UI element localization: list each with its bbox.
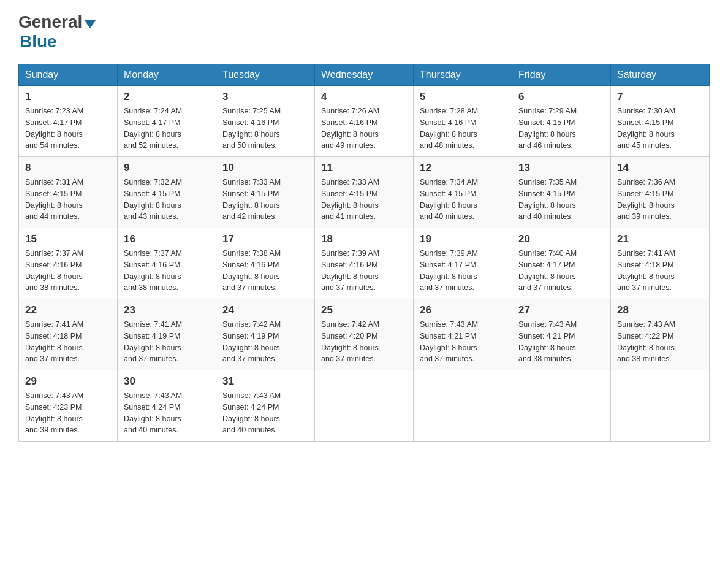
day-number: 6 [518, 91, 604, 103]
calendar-cell: 25 Sunrise: 7:42 AM Sunset: 4:20 PM Dayl… [315, 299, 414, 370]
day-number: 19 [420, 233, 506, 245]
day-number: 30 [124, 375, 210, 388]
day-info: Sunrise: 7:39 AM Sunset: 4:16 PM Dayligh… [321, 248, 407, 294]
col-header-sunday: Sunday [19, 64, 118, 86]
day-number: 25 [321, 304, 407, 316]
day-number: 12 [420, 162, 506, 174]
col-header-monday: Monday [118, 64, 216, 86]
calendar-week-row: 29 Sunrise: 7:43 AM Sunset: 4:23 PM Dayl… [19, 370, 710, 442]
day-info: Sunrise: 7:43 AM Sunset: 4:23 PM Dayligh… [25, 390, 111, 436]
day-info: Sunrise: 7:38 AM Sunset: 4:16 PM Dayligh… [222, 248, 308, 294]
day-number: 18 [321, 233, 407, 245]
calendar-cell: 1 Sunrise: 7:23 AM Sunset: 4:17 PM Dayli… [19, 86, 118, 157]
calendar-cell: 30 Sunrise: 7:43 AM Sunset: 4:24 PM Dayl… [118, 370, 216, 442]
day-number: 24 [222, 304, 308, 316]
day-number: 26 [420, 304, 506, 316]
day-number: 8 [25, 162, 111, 174]
calendar-cell: 14 Sunrise: 7:36 AM Sunset: 4:15 PM Dayl… [611, 157, 710, 228]
calendar-week-row: 1 Sunrise: 7:23 AM Sunset: 4:17 PM Dayli… [19, 86, 710, 157]
calendar-cell: 8 Sunrise: 7:31 AM Sunset: 4:15 PM Dayli… [19, 157, 118, 228]
day-info: Sunrise: 7:43 AM Sunset: 4:24 PM Dayligh… [222, 390, 308, 436]
calendar-cell: 10 Sunrise: 7:33 AM Sunset: 4:15 PM Dayl… [216, 157, 315, 228]
day-number: 20 [518, 233, 604, 245]
day-info: Sunrise: 7:43 AM Sunset: 4:21 PM Dayligh… [518, 319, 604, 365]
calendar-cell: 29 Sunrise: 7:43 AM Sunset: 4:23 PM Dayl… [19, 370, 118, 442]
day-number: 16 [124, 233, 210, 245]
calendar-table: SundayMondayTuesdayWednesdayThursdayFrid… [18, 64, 710, 442]
calendar-cell: 2 Sunrise: 7:24 AM Sunset: 4:17 PM Dayli… [118, 86, 216, 157]
day-info: Sunrise: 7:39 AM Sunset: 4:17 PM Dayligh… [420, 248, 506, 294]
calendar-cell: 26 Sunrise: 7:43 AM Sunset: 4:21 PM Dayl… [414, 299, 512, 370]
logo-arrow-icon [84, 20, 96, 28]
day-info: Sunrise: 7:26 AM Sunset: 4:16 PM Dayligh… [321, 105, 407, 151]
calendar-week-row: 15 Sunrise: 7:37 AM Sunset: 4:16 PM Dayl… [19, 228, 710, 299]
day-info: Sunrise: 7:25 AM Sunset: 4:16 PM Dayligh… [222, 105, 308, 151]
calendar-cell: 16 Sunrise: 7:37 AM Sunset: 4:16 PM Dayl… [118, 228, 216, 299]
day-info: Sunrise: 7:40 AM Sunset: 4:17 PM Dayligh… [518, 248, 604, 294]
calendar-week-row: 22 Sunrise: 7:41 AM Sunset: 4:18 PM Dayl… [19, 299, 710, 370]
calendar-cell [611, 370, 710, 442]
col-header-wednesday: Wednesday [315, 64, 414, 86]
day-info: Sunrise: 7:35 AM Sunset: 4:15 PM Dayligh… [518, 177, 604, 223]
col-header-thursday: Thursday [414, 64, 512, 86]
calendar-cell: 24 Sunrise: 7:42 AM Sunset: 4:19 PM Dayl… [216, 299, 315, 370]
day-number: 1 [25, 91, 111, 103]
calendar-cell: 23 Sunrise: 7:41 AM Sunset: 4:19 PM Dayl… [118, 299, 216, 370]
day-number: 3 [222, 91, 308, 103]
day-info: Sunrise: 7:32 AM Sunset: 4:15 PM Dayligh… [124, 177, 210, 223]
calendar-cell: 11 Sunrise: 7:33 AM Sunset: 4:15 PM Dayl… [315, 157, 414, 228]
day-info: Sunrise: 7:43 AM Sunset: 4:22 PM Dayligh… [617, 319, 703, 365]
calendar-cell [414, 370, 512, 442]
logo: General Blue [18, 12, 96, 52]
day-number: 31 [222, 375, 308, 388]
day-number: 14 [617, 162, 703, 174]
calendar-cell: 13 Sunrise: 7:35 AM Sunset: 4:15 PM Dayl… [512, 157, 611, 228]
calendar-cell: 6 Sunrise: 7:29 AM Sunset: 4:15 PM Dayli… [512, 86, 611, 157]
day-number: 9 [124, 162, 210, 174]
day-number: 11 [321, 162, 407, 174]
day-number: 2 [124, 91, 210, 103]
calendar-cell: 19 Sunrise: 7:39 AM Sunset: 4:17 PM Dayl… [414, 228, 512, 299]
day-info: Sunrise: 7:41 AM Sunset: 4:19 PM Dayligh… [124, 319, 210, 365]
page-header: General Blue [18, 12, 710, 52]
calendar-cell [315, 370, 414, 442]
day-info: Sunrise: 7:33 AM Sunset: 4:15 PM Dayligh… [222, 177, 308, 223]
day-info: Sunrise: 7:33 AM Sunset: 4:15 PM Dayligh… [321, 177, 407, 223]
day-info: Sunrise: 7:37 AM Sunset: 4:16 PM Dayligh… [124, 248, 210, 294]
calendar-cell: 27 Sunrise: 7:43 AM Sunset: 4:21 PM Dayl… [512, 299, 611, 370]
col-header-saturday: Saturday [611, 64, 710, 86]
col-header-friday: Friday [512, 64, 611, 86]
logo-blue: Blue [20, 32, 57, 52]
calendar-cell: 12 Sunrise: 7:34 AM Sunset: 4:15 PM Dayl… [414, 157, 512, 228]
day-number: 15 [25, 233, 111, 245]
day-info: Sunrise: 7:37 AM Sunset: 4:16 PM Dayligh… [25, 248, 111, 294]
calendar-cell: 9 Sunrise: 7:32 AM Sunset: 4:15 PM Dayli… [118, 157, 216, 228]
day-number: 21 [617, 233, 703, 245]
calendar-cell: 5 Sunrise: 7:28 AM Sunset: 4:16 PM Dayli… [414, 86, 512, 157]
calendar-cell: 20 Sunrise: 7:40 AM Sunset: 4:17 PM Dayl… [512, 228, 611, 299]
day-number: 27 [518, 304, 604, 316]
day-number: 13 [518, 162, 604, 174]
day-info: Sunrise: 7:41 AM Sunset: 4:18 PM Dayligh… [617, 248, 703, 294]
day-number: 23 [124, 304, 210, 316]
calendar-cell [512, 370, 611, 442]
day-number: 29 [25, 375, 111, 388]
day-number: 5 [420, 91, 506, 103]
calendar-header-row: SundayMondayTuesdayWednesdayThursdayFrid… [19, 64, 710, 86]
calendar-cell: 15 Sunrise: 7:37 AM Sunset: 4:16 PM Dayl… [19, 228, 118, 299]
day-info: Sunrise: 7:34 AM Sunset: 4:15 PM Dayligh… [420, 177, 506, 223]
calendar-cell: 17 Sunrise: 7:38 AM Sunset: 4:16 PM Dayl… [216, 228, 315, 299]
day-info: Sunrise: 7:24 AM Sunset: 4:17 PM Dayligh… [124, 105, 210, 151]
day-number: 10 [222, 162, 308, 174]
day-number: 28 [617, 304, 703, 316]
day-info: Sunrise: 7:31 AM Sunset: 4:15 PM Dayligh… [25, 177, 111, 223]
calendar-cell: 4 Sunrise: 7:26 AM Sunset: 4:16 PM Dayli… [315, 86, 414, 157]
col-header-tuesday: Tuesday [216, 64, 315, 86]
calendar-cell: 3 Sunrise: 7:25 AM Sunset: 4:16 PM Dayli… [216, 86, 315, 157]
day-info: Sunrise: 7:42 AM Sunset: 4:19 PM Dayligh… [222, 319, 308, 365]
day-number: 22 [25, 304, 111, 316]
day-number: 7 [617, 91, 703, 103]
day-info: Sunrise: 7:30 AM Sunset: 4:15 PM Dayligh… [617, 105, 703, 151]
day-number: 4 [321, 91, 407, 103]
calendar-cell: 31 Sunrise: 7:43 AM Sunset: 4:24 PM Dayl… [216, 370, 315, 442]
